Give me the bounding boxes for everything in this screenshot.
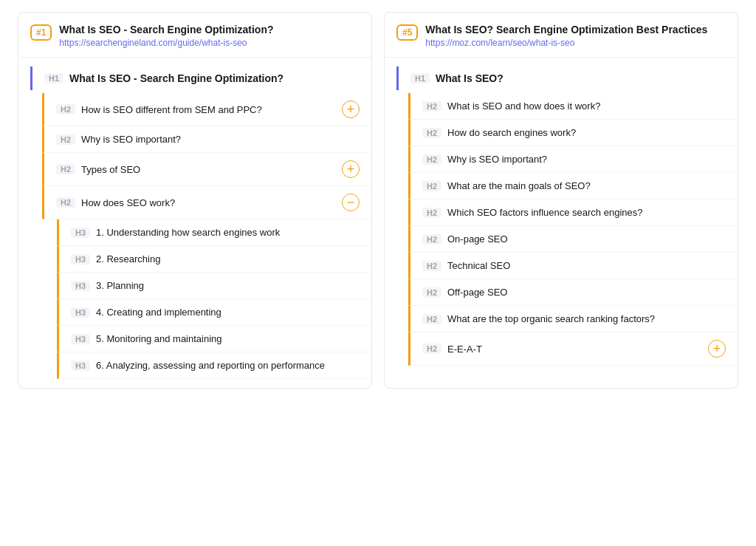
h2-text: How does SEO work? <box>81 197 336 208</box>
h2-row-4: H2Which SEO factors influence search eng… <box>408 199 738 226</box>
expand-button[interactable]: + <box>342 100 360 118</box>
expand-button[interactable]: + <box>342 160 360 178</box>
h2-tag: H2 <box>422 128 441 138</box>
h2-text: Why is SEO important? <box>81 134 360 145</box>
h3-row-5: H36. Analyzing, assessing and reporting … <box>57 352 371 379</box>
h2-tag: H2 <box>422 154 441 165</box>
h2-text: What are the top organic search ranking … <box>447 313 726 324</box>
h3-text: 5. Monitoring and maintaining <box>96 333 360 344</box>
main-container: #1What Is SEO - Search Engine Optimizati… <box>0 0 756 400</box>
panel-1: #1What Is SEO - Search Engine Optimizati… <box>18 12 372 389</box>
h2-tag: H2 <box>422 261 441 271</box>
h2-tag: H2 <box>56 134 75 145</box>
h2-row-9: H2E-E-A-T+ <box>408 332 738 366</box>
collapse-button[interactable]: − <box>342 194 360 211</box>
rank-badge: #5 <box>396 24 418 41</box>
h2-text: E-E-A-T <box>447 344 702 355</box>
h2-tag: H2 <box>422 234 441 245</box>
h2-tag: H2 <box>56 197 75 208</box>
h1-text: What Is SEO - Search Engine Optimization… <box>69 72 284 84</box>
h3-text: 3. Planning <box>96 280 360 291</box>
h2-tag: H2 <box>422 208 441 218</box>
h3-tag: H3 <box>71 361 90 371</box>
h2-text: Off-page SEO <box>447 287 726 298</box>
h2-text: Technical SEO <box>447 260 726 271</box>
h1-tag: H1 <box>44 73 63 83</box>
outline: H1What Is SEO?H2What is SEO and how does… <box>385 58 738 375</box>
h2-text: How is SEO different from SEM and PPC? <box>81 104 336 115</box>
h1-text: What Is SEO? <box>436 72 504 84</box>
h2-row-1: H2How do search engines work? <box>408 120 738 146</box>
h2-row-3: H2What are the main goals of SEO? <box>408 173 738 199</box>
h2-tag: H2 <box>422 101 441 112</box>
h2-row-8: H2What are the top organic search rankin… <box>408 306 738 332</box>
h2-text: What are the main goals of SEO? <box>447 180 726 191</box>
h2-row-1: H2Why is SEO important? <box>42 126 371 153</box>
h3-tag: H3 <box>71 281 90 291</box>
panel-title: What Is SEO - Search Engine Optimization… <box>59 23 273 36</box>
h2-text: Types of SEO <box>81 164 336 175</box>
h2-text: Why is SEO important? <box>447 154 726 165</box>
h2-row-2: H2Why is SEO important? <box>408 146 738 173</box>
h2-text: What is SEO and how does it work? <box>447 100 726 112</box>
h2-tag: H2 <box>422 344 441 354</box>
outline: H1What Is SEO - Search Engine Optimizati… <box>18 58 371 388</box>
h2-text: On-page SEO <box>447 233 726 245</box>
h3-text: 4. Creating and implementing <box>96 307 360 318</box>
header-info: What Is SEO? Search Engine Optimization … <box>425 23 707 48</box>
h2-tag: H2 <box>56 164 75 174</box>
h3-tag: H3 <box>71 254 90 265</box>
h3-text: 6. Analyzing, assessing and reporting on… <box>96 360 360 371</box>
panel-header: #1What Is SEO - Search Engine Optimizati… <box>18 13 371 58</box>
h2-text: Which SEO factors influence search engin… <box>447 207 726 218</box>
h2-row-7: H2Off-page SEO <box>408 279 738 306</box>
h2-row-3: H2How does SEO work?− <box>42 186 371 219</box>
h1-tag: H1 <box>410 73 430 83</box>
h2-tag: H2 <box>422 314 441 324</box>
h2-row-2: H2Types of SEO+ <box>42 153 371 186</box>
panel-header: #5What Is SEO? Search Engine Optimizatio… <box>385 13 738 58</box>
panel-2: #5What Is SEO? Search Engine Optimizatio… <box>384 12 738 389</box>
h2-tag: H2 <box>422 181 441 191</box>
h1-row: H1What Is SEO - Search Engine Optimizati… <box>30 66 371 90</box>
h3-tag: H3 <box>71 228 90 238</box>
h1-row: H1What Is SEO? <box>396 66 738 90</box>
h2-text: How do search engines work? <box>447 127 726 138</box>
h3-text: 1. Understanding how search engines work <box>96 227 360 238</box>
panel-url[interactable]: https://moz.com/learn/seo/what-is-seo <box>425 38 707 48</box>
rank-badge: #1 <box>30 24 52 41</box>
h2-row-6: H2Technical SEO <box>408 253 738 279</box>
h3-tag: H3 <box>71 307 90 318</box>
h2-tag: H2 <box>422 287 441 298</box>
panel-title: What Is SEO? Search Engine Optimization … <box>425 23 707 36</box>
panel-url[interactable]: https://searchengineland.com/guide/what-… <box>59 38 273 48</box>
h2-row-0: H2How is SEO different from SEM and PPC?… <box>42 93 371 126</box>
h3-tag: H3 <box>71 334 90 344</box>
expand-button[interactable]: + <box>708 340 726 358</box>
h3-row-0: H31. Understanding how search engines wo… <box>57 219 371 246</box>
h3-row-3: H34. Creating and implementing <box>57 299 371 326</box>
h2-tag: H2 <box>56 104 75 115</box>
h2-row-5: H2On-page SEO <box>408 226 738 253</box>
h3-row-4: H35. Monitoring and maintaining <box>57 326 371 352</box>
h3-row-1: H32. Researching <box>57 246 371 273</box>
h2-row-0: H2What is SEO and how does it work? <box>408 93 738 120</box>
h3-text: 2. Researching <box>96 253 360 265</box>
header-info: What Is SEO - Search Engine Optimization… <box>59 23 273 48</box>
h3-row-2: H33. Planning <box>57 273 371 299</box>
